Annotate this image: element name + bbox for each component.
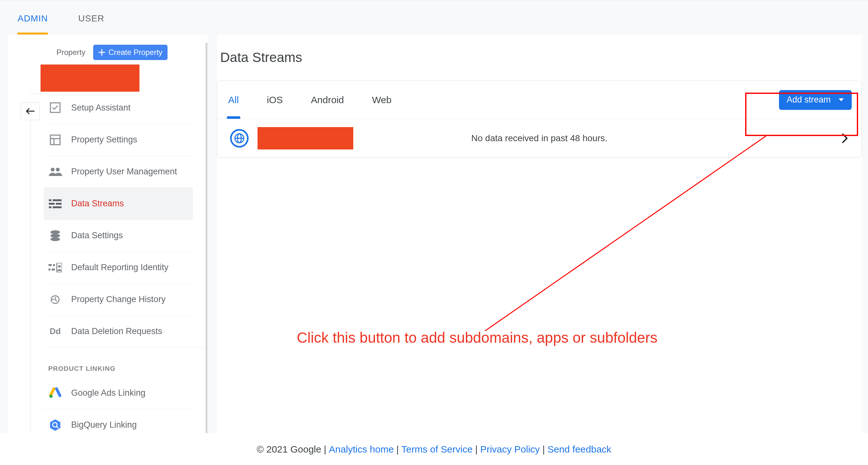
sidebar-item-label: Property User Management [71,167,177,177]
footer-copyright: © 2021 Google [256,444,321,455]
streams-icon [48,197,62,211]
footer-analytics-home[interactable]: Analytics home [329,444,394,455]
svg-rect-17 [49,269,51,270]
svg-point-5 [56,168,60,172]
identity-icon [48,261,62,275]
svg-point-20 [58,265,61,268]
svg-point-21 [50,395,53,398]
streams-card: All iOS Android Web Add stream No data r… [217,81,862,158]
sidebar-item-user-management[interactable]: Property User Management [44,155,193,187]
plus-icon [98,49,105,56]
filter-web[interactable]: Web [371,82,393,118]
stream-status-message: No data received in past 48 hours. [217,133,861,143]
sidebar-item-ads-linking[interactable]: Google Ads Linking [44,377,193,409]
database-icon [48,229,62,243]
property-header: Property Create Property [40,43,206,64]
svg-point-14 [51,237,60,241]
page-title: Data Streams [217,50,862,65]
filter-all[interactable]: All [227,82,240,118]
bigquery-icon [48,418,62,432]
sidebar-item-property-settings[interactable]: Property Settings [44,124,193,155]
active-filter-underline [227,116,240,119]
dd-icon: Dd [48,324,62,339]
stream-row[interactable]: No data received in past 48 hours. [217,119,861,157]
sidebar-item-change-history[interactable]: Property Change History [44,283,193,315]
footer-tos[interactable]: Terms of Service [401,444,473,455]
svg-rect-10 [49,206,51,208]
sidebar-item-data-settings[interactable]: Data Settings [44,220,193,251]
sidebar-item-deletion-requests[interactable]: Dd Data Deletion Requests [44,315,193,347]
sidebar-item-label: BigQuery Linking [71,420,137,430]
svg-rect-15 [49,264,52,266]
sidebar-item-label: Property Change History [71,294,166,304]
sidebar-item-label: Data Settings [71,231,123,240]
caret-down-icon [838,98,844,102]
filter-ios[interactable]: iOS [266,82,284,118]
svg-rect-6 [49,199,51,201]
section-product-linking: PRODUCT LINKING [44,347,206,377]
sidebar: Property Create Property Setup Assistant [8,35,208,433]
sidebar-item-label: Default Reporting Identity [71,263,168,272]
property-label: Property [57,48,86,57]
sidebar-item-label: Property Settings [71,135,137,145]
sidebar-item-label: Setup Assistant [71,103,130,113]
back-button[interactable] [21,102,40,120]
sidebar-nav: Setup Assistant Property Settings Proper… [40,92,206,433]
filter-android[interactable]: Android [310,82,345,118]
sidebar-scroll[interactable]: Property Create Property Setup Assistant [40,43,208,433]
tree-line [30,120,31,433]
annotation-text: Click this button to add subdomains, app… [297,329,657,346]
add-stream-label: Add stream [786,95,831,105]
sidebar-item-data-streams[interactable]: Data Streams [44,187,193,220]
svg-rect-7 [53,199,62,201]
sidebar-item-setup-assistant[interactable]: Setup Assistant [44,92,193,124]
filter-row: All iOS Android Web Add stream [217,81,861,119]
sidebar-item-reporting-identity[interactable]: Default Reporting Identity [44,251,193,283]
svg-point-4 [51,168,55,172]
footer: © 2021 Google | Analytics home | Terms o… [0,433,868,465]
sidebar-item-label: Data Streams [71,199,124,208]
svg-rect-1 [51,135,60,145]
tab-admin[interactable]: ADMIN [18,1,48,34]
google-ads-icon [48,386,62,400]
svg-rect-16 [53,264,55,266]
tab-user[interactable]: USER [78,1,104,34]
history-icon [48,293,62,307]
back-arrow-icon [26,108,35,115]
svg-rect-11 [53,206,62,208]
checkbox-icon [48,100,62,115]
footer-privacy[interactable]: Privacy Policy [480,444,540,455]
svg-rect-8 [49,203,55,205]
sidebar-item-label: Google Ads Linking [71,388,146,398]
layout-icon [48,133,62,147]
sidebar-item-label: Data Deletion Requests [71,326,162,336]
add-stream-button[interactable]: Add stream [779,90,852,110]
svg-point-13 [51,234,60,238]
workspace: Property Create Property Setup Assistant [0,35,868,433]
sidebar-item-bigquery-linking[interactable]: BigQuery Linking [44,409,193,433]
create-property-label: Create Property [108,48,162,57]
create-property-button[interactable]: Create Property [93,45,167,60]
svg-point-12 [51,230,60,234]
redacted-property-name [40,64,140,92]
svg-marker-22 [50,419,60,431]
svg-rect-9 [56,203,62,205]
footer-feedback[interactable]: Send feedback [547,444,611,455]
group-icon [48,165,62,179]
svg-rect-18 [52,269,55,270]
top-tab-bar: ADMIN USER [0,0,868,35]
main-panel: Data Streams All iOS Android Web Add str… [217,35,862,433]
